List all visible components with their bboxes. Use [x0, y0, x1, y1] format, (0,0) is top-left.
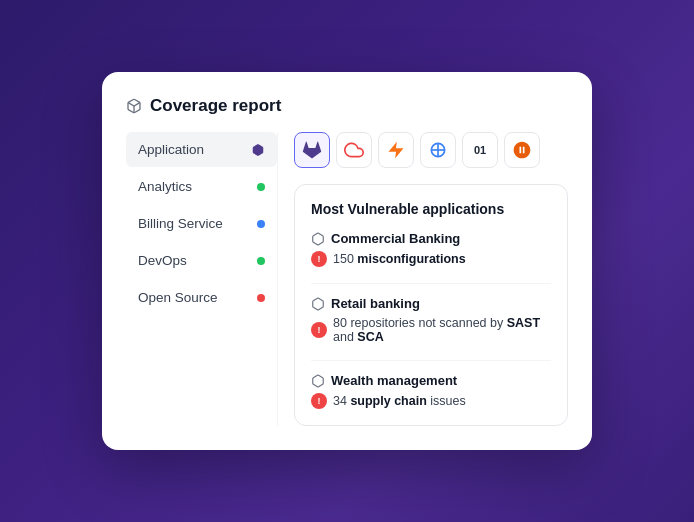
status-dot-blue [257, 220, 265, 228]
app-name-text: Commercial Banking [331, 231, 460, 246]
app-name-text: Wealth management [331, 373, 457, 388]
sidebar-item-label: Open Source [138, 290, 218, 305]
vuln-item-retail: Retail banking ! 80 repositories not sca… [311, 296, 551, 344]
app-name-wealth: Wealth management [311, 373, 551, 388]
vuln-detail-wealth: ! 34 supply chain issues [311, 393, 551, 409]
vulnerable-section: Most Vulnerable applications Commercial … [294, 184, 568, 426]
cube-icon-retail [311, 297, 325, 311]
divider2 [311, 360, 551, 361]
tool-01-label: 01 [474, 144, 486, 156]
vuln-detail-commercial: ! 150 misconfigurations [311, 251, 551, 267]
detail-text: 150 misconfigurations [333, 252, 466, 266]
tools-row: 01 [294, 132, 568, 168]
application-icon [251, 143, 265, 157]
sidebar-item-label: Billing Service [138, 216, 223, 231]
main-content: Application Analytics Billing Service De… [126, 132, 568, 426]
tool-diamond[interactable] [420, 132, 456, 168]
vuln-item-wealth: Wealth management ! 34 supply chain issu… [311, 373, 551, 409]
sidebar-item-analytics[interactable]: Analytics [126, 169, 277, 204]
tool-lightning[interactable] [378, 132, 414, 168]
tool-01[interactable]: 01 [462, 132, 498, 168]
bold-detail: misconfigurations [357, 252, 465, 266]
sidebar-item-label: DevOps [138, 253, 187, 268]
app-name-text: Retail banking [331, 296, 420, 311]
status-dot-green [257, 183, 265, 191]
section-title: Most Vulnerable applications [311, 201, 551, 217]
sidebar-item-label: Analytics [138, 179, 192, 194]
detail-text-wealth: 34 supply chain issues [333, 394, 466, 408]
sidebar-item-opensource[interactable]: Open Source [126, 280, 277, 315]
coverage-report-card: Coverage report Application Analytics Bi… [102, 72, 592, 450]
sidebar-item-label: Application [138, 142, 204, 157]
tool-fox[interactable] [504, 132, 540, 168]
app-name-commercial: Commercial Banking [311, 231, 551, 246]
status-dot-red [257, 294, 265, 302]
cube-icon-commercial [311, 232, 325, 246]
sidebar-item-devops[interactable]: DevOps [126, 243, 277, 278]
card-header: Coverage report [126, 96, 568, 116]
sidebar: Application Analytics Billing Service De… [126, 132, 278, 426]
warning-icon: ! [311, 251, 327, 267]
warning-icon2: ! [311, 322, 327, 338]
vuln-detail-retail: ! 80 repositories not scanned by SAST an… [311, 316, 551, 344]
cube-icon [126, 98, 142, 114]
detail-text-retail: 80 repositories not scanned by SAST and … [333, 316, 551, 344]
right-panel: 01 Most Vulnerable applications [278, 132, 568, 426]
supply-chain-label: supply chain [350, 394, 426, 408]
warning-icon3: ! [311, 393, 327, 409]
app-name-retail: Retail banking [311, 296, 551, 311]
tool-gitlab[interactable] [294, 132, 330, 168]
vuln-item-commercial: Commercial Banking ! 150 misconfiguratio… [311, 231, 551, 267]
svg-marker-1 [389, 142, 404, 159]
cube-icon-wealth [311, 374, 325, 388]
sca-label: SCA [357, 330, 383, 344]
sast-label: SAST [507, 316, 540, 330]
divider1 [311, 283, 551, 284]
sidebar-item-billing[interactable]: Billing Service [126, 206, 277, 241]
card-title: Coverage report [150, 96, 281, 116]
tool-cloud[interactable] [336, 132, 372, 168]
sidebar-item-application[interactable]: Application [126, 132, 277, 167]
status-dot-green2 [257, 257, 265, 265]
